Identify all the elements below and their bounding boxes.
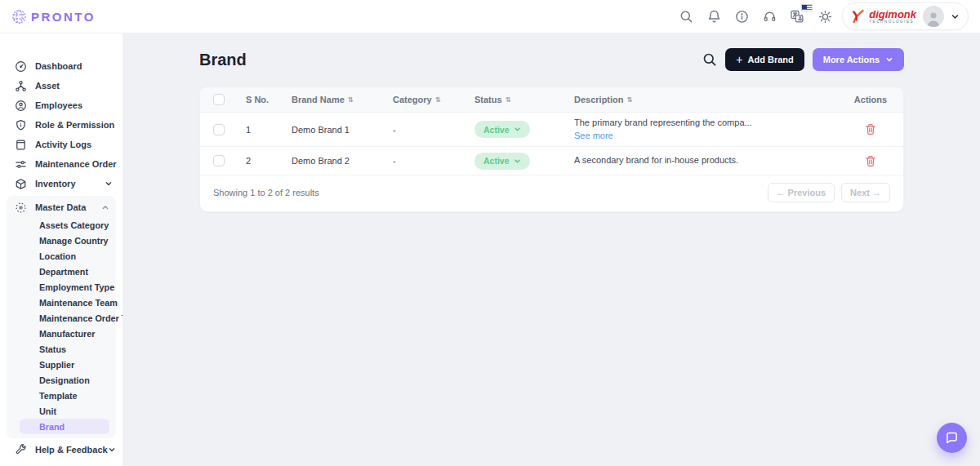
sort-icon: ⇅ xyxy=(627,95,633,104)
sidebar-item-maintenance-order[interactable]: Maintenance Order xyxy=(0,154,122,174)
sidebar-label: Employees xyxy=(35,100,82,110)
sidebar-item-employment-type[interactable]: Employment Type xyxy=(20,279,109,295)
brand-table-card: S No. Brand Name⇅ Category⇅ Status⇅ Desc… xyxy=(199,87,904,212)
hierarchy-icon xyxy=(15,80,27,92)
sidebar-item-department[interactable]: Department xyxy=(20,264,109,279)
digimonk-swoosh-icon xyxy=(851,8,866,24)
sidebar-item-master-data[interactable]: Master Data xyxy=(7,197,116,217)
chevron-down-icon xyxy=(514,126,521,133)
cell-sno: 2 xyxy=(246,156,292,166)
support-button[interactable] xyxy=(759,6,780,27)
sidebar-item-status[interactable]: Status xyxy=(20,341,109,357)
digimonk-tagline: TECHNOLOGIES xyxy=(869,20,916,24)
more-actions-label: More Actions xyxy=(823,55,880,64)
column-header-brand-name[interactable]: Brand Name⇅ xyxy=(292,95,393,104)
sidebar-item-manufacturer[interactable]: Manufacturer xyxy=(20,326,109,341)
sort-icon: ⇅ xyxy=(506,95,511,104)
previous-page-button[interactable]: ← Previous xyxy=(768,183,835,202)
cell-category: - xyxy=(393,125,474,135)
sidebar-item-designation[interactable]: Designation xyxy=(20,372,109,388)
logo-text: PRONTO xyxy=(31,10,96,24)
sidebar-label: Asset xyxy=(35,81,60,91)
status-dropdown[interactable]: Active xyxy=(474,153,530,170)
more-actions-button[interactable]: More Actions xyxy=(813,48,904,71)
wrench-icon xyxy=(15,444,27,456)
page-title: Brand xyxy=(199,51,247,69)
theme-toggle-button[interactable] xyxy=(814,6,835,27)
column-header-actions: Actions xyxy=(851,95,890,104)
column-header-category[interactable]: Category⇅ xyxy=(393,95,474,104)
column-header-description[interactable]: Description⇅ xyxy=(574,95,851,104)
master-data-group: Master Data Assets Category Manage Count… xyxy=(7,196,116,438)
sort-icon: ⇅ xyxy=(435,95,441,104)
sliders-icon xyxy=(15,158,27,171)
sidebar-item-help-feedback[interactable]: Help & Feedback xyxy=(0,440,122,459)
sidebar-item-maintenance-order-type[interactable]: Maintenance Order T... xyxy=(20,310,109,326)
data-focus-icon xyxy=(15,202,27,214)
sidebar-item-brand[interactable]: Brand xyxy=(20,419,109,434)
notifications-button[interactable] xyxy=(703,6,724,27)
cell-description: The primary brand representing the compa… xyxy=(574,117,851,142)
row-checkbox[interactable] xyxy=(213,124,225,135)
search-icon xyxy=(679,10,693,24)
sidebar-item-location[interactable]: Location xyxy=(20,248,109,264)
gauge-icon xyxy=(15,60,27,73)
sidebar-item-dashboard[interactable]: Dashboard xyxy=(0,56,122,76)
app-logo: PRONTO xyxy=(11,9,96,24)
sidebar-item-activity-logs[interactable]: Activity Logs xyxy=(0,135,122,154)
chevron-down-icon xyxy=(885,55,893,64)
user-silhouette-icon xyxy=(924,9,942,27)
results-summary: Showing 1 to 2 of 2 results xyxy=(213,188,319,197)
cell-brand-name: Demo Brand 2 xyxy=(292,156,393,166)
plus-icon: + xyxy=(736,54,742,65)
sidebar-item-assets-category[interactable]: Assets Category xyxy=(20,217,109,233)
column-header-status[interactable]: Status⇅ xyxy=(474,95,574,104)
select-all-checkbox[interactable] xyxy=(213,94,225,105)
search-button[interactable] xyxy=(675,6,697,27)
sidebar-item-employees[interactable]: Employees xyxy=(0,95,122,115)
sidebar-item-asset[interactable]: Asset xyxy=(0,76,122,95)
delete-button[interactable] xyxy=(851,155,890,167)
search-icon xyxy=(702,52,717,67)
trash-icon xyxy=(865,123,876,135)
sidebar: Dashboard Asset Employees Role & Permiss… xyxy=(0,33,122,466)
add-brand-button[interactable]: + Add Brand xyxy=(725,48,804,71)
sidebar-label: Master Data xyxy=(35,202,86,212)
sidebar-item-inventory[interactable]: Inventory xyxy=(0,174,122,193)
sidebar-label: Role & Permission xyxy=(35,120,114,130)
cube-icon xyxy=(15,178,27,190)
cell-description: A secondary brand for in-house products. xyxy=(574,154,851,166)
account-menu[interactable]: digimonk TECHNOLOGIES xyxy=(842,2,969,30)
chevron-down-icon xyxy=(514,158,521,165)
chevron-down-icon xyxy=(105,180,113,188)
column-header-sno: S No. xyxy=(246,95,292,104)
topbar: PRONTO xyxy=(0,0,980,33)
digimonk-name: digimonk xyxy=(869,9,916,20)
next-page-button[interactable]: Next → xyxy=(841,183,890,202)
sidebar-item-template[interactable]: Template xyxy=(20,388,109,403)
sidebar-item-unit[interactable]: Unit xyxy=(20,403,109,419)
sidebar-item-maintenance-team[interactable]: Maintenance Team xyxy=(20,295,109,310)
sidebar-item-manage-country[interactable]: Manage Country xyxy=(20,233,109,248)
sidebar-item-role-permission[interactable]: Role & Permission xyxy=(0,115,122,135)
add-brand-label: Add Brand xyxy=(748,55,794,64)
headset-icon xyxy=(763,10,777,24)
sidebar-item-supplier[interactable]: Supplier xyxy=(20,357,109,372)
info-button[interactable] xyxy=(731,6,752,27)
document-icon xyxy=(15,139,27,151)
status-dropdown[interactable]: Active xyxy=(474,121,530,138)
row-checkbox[interactable] xyxy=(213,155,225,166)
table-search-button[interactable] xyxy=(702,52,717,67)
see-more-link[interactable]: See more xyxy=(574,130,851,142)
digimonk-logo: digimonk TECHNOLOGIES xyxy=(851,8,916,24)
sidebar-label: Activity Logs xyxy=(35,140,91,149)
chat-button[interactable] xyxy=(937,423,967,453)
chat-bubble-icon xyxy=(944,430,960,446)
sidebar-label: Maintenance Order xyxy=(35,159,117,169)
language-button[interactable] xyxy=(786,6,808,27)
cell-brand-name: Demo Brand 1 xyxy=(292,125,393,135)
chevron-up-icon xyxy=(101,203,109,211)
delete-button[interactable] xyxy=(851,123,890,135)
sidebar-label: Help & Feedback xyxy=(35,445,108,455)
info-icon xyxy=(735,10,749,24)
